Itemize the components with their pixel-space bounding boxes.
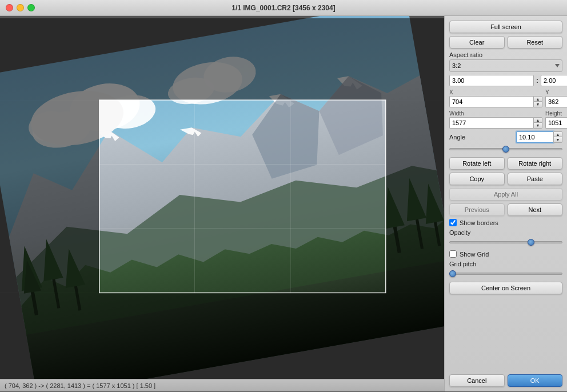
y-stepper: ▲ ▼ bbox=[545, 96, 567, 107]
y-input[interactable] bbox=[545, 96, 567, 107]
ratio-separator: : bbox=[536, 77, 538, 85]
rotate-left-button[interactable]: Rotate left bbox=[449, 157, 505, 170]
width-label: Width bbox=[449, 110, 542, 117]
image-canvas[interactable]: ( 704, 362 ) -> ( 2281, 1413 ) = ( 1577 … bbox=[0, 16, 444, 391]
copy-paste-row: Copy Paste bbox=[449, 173, 562, 185]
angle-increment-button[interactable]: ▲ bbox=[554, 132, 562, 137]
angle-stepper-buttons: ▲ ▼ bbox=[553, 131, 562, 143]
aspect-ratio-label: Aspect ratio bbox=[449, 51, 562, 58]
copy-button[interactable]: Copy bbox=[449, 173, 505, 185]
ratio-width-input[interactable] bbox=[449, 75, 534, 86]
angle-label: Angle bbox=[449, 134, 465, 141]
angle-decrement-button[interactable]: ▼ bbox=[554, 137, 562, 142]
status-bar: ( 704, 362 ) -> ( 2281, 1413 ) = ( 1577 … bbox=[0, 379, 444, 391]
height-stepper: ▲ ▼ bbox=[545, 117, 567, 129]
width-increment-button[interactable]: ▲ bbox=[534, 118, 542, 123]
width-input[interactable] bbox=[449, 117, 533, 129]
opacity-slider-track bbox=[449, 241, 562, 243]
angle-input[interactable] bbox=[516, 131, 553, 143]
show-grid-row: Show Grid bbox=[449, 250, 562, 258]
close-button[interactable] bbox=[6, 4, 13, 11]
clear-reset-row: Clear Reset bbox=[449, 36, 562, 49]
y-col: Y ▲ ▼ bbox=[545, 89, 567, 107]
grid-pitch-slider[interactable] bbox=[449, 269, 562, 279]
show-borders-row: Show borders bbox=[449, 219, 562, 226]
next-button[interactable]: Next bbox=[508, 203, 563, 216]
scene-image bbox=[0, 16, 444, 391]
angle-slider-thumb[interactable] bbox=[502, 146, 509, 153]
width-col: Width ▲ ▼ bbox=[449, 110, 542, 129]
height-label: Height bbox=[545, 110, 567, 117]
opacity-label: Opacity bbox=[449, 229, 562, 236]
fullscreen-button[interactable]: Full screen bbox=[449, 21, 562, 33]
titlebar: 1/1 IMG_0001.CR2 [3456 x 2304] bbox=[0, 0, 567, 16]
rotate-right-button[interactable]: Rotate right bbox=[508, 157, 563, 170]
clear-button[interactable]: Clear bbox=[449, 36, 505, 49]
show-borders-label[interactable]: Show borders bbox=[460, 219, 498, 226]
ok-button[interactable]: OK bbox=[508, 374, 563, 387]
show-grid-checkbox[interactable] bbox=[449, 250, 457, 258]
x-col: X ▲ ▼ bbox=[449, 89, 542, 107]
window-controls bbox=[6, 4, 35, 11]
cancel-ok-row: Cancel OK bbox=[449, 374, 562, 387]
opacity-slider[interactable] bbox=[449, 237, 562, 247]
svg-rect-18 bbox=[0, 18, 444, 100]
x-increment-button[interactable]: ▲ bbox=[534, 97, 542, 102]
cancel-button[interactable]: Cancel bbox=[449, 374, 505, 387]
previous-button[interactable]: Previous bbox=[449, 203, 505, 216]
angle-slider[interactable] bbox=[449, 144, 562, 154]
y-label: Y bbox=[545, 89, 567, 95]
grid-pitch-label: Grid pitch bbox=[449, 261, 562, 267]
height-col: Height ▲ ▼ bbox=[545, 110, 567, 129]
ratio-inputs-row: : bbox=[449, 75, 562, 86]
width-stepper-buttons: ▲ ▼ bbox=[533, 117, 542, 129]
x-input[interactable] bbox=[449, 96, 533, 107]
angle-stepper: ▲ ▼ bbox=[516, 131, 562, 143]
ratio-height-input[interactable] bbox=[541, 75, 567, 86]
opacity-section: Opacity bbox=[449, 229, 562, 247]
svg-rect-20 bbox=[0, 100, 99, 293]
angle-input-wrap: ▲ ▼ bbox=[516, 131, 562, 143]
width-stepper: ▲ ▼ bbox=[449, 117, 542, 129]
x-decrement-button[interactable]: ▼ bbox=[534, 102, 542, 107]
opacity-slider-thumb[interactable] bbox=[528, 239, 534, 246]
prev-next-row: Previous Next bbox=[449, 203, 562, 216]
right-panel: Full screen Clear Reset Aspect ratio 3:2… bbox=[444, 16, 567, 391]
maximize-button[interactable] bbox=[27, 4, 35, 11]
paste-button[interactable]: Paste bbox=[508, 173, 563, 185]
reset-button[interactable]: Reset bbox=[508, 36, 563, 49]
minimize-button[interactable] bbox=[17, 4, 24, 11]
svg-rect-19 bbox=[0, 293, 444, 389]
angle-row: Angle ▲ ▼ bbox=[449, 131, 562, 143]
show-borders-checkbox[interactable] bbox=[449, 219, 457, 226]
grid-pitch-thumb[interactable] bbox=[449, 270, 456, 277]
aspect-ratio-section: Aspect ratio 3:2 4:3 16:9 1:1 Free bbox=[449, 51, 562, 72]
grid-pitch-section: Grid pitch bbox=[449, 261, 562, 279]
window-title: 1/1 IMG_0001.CR2 [3456 x 2304] bbox=[231, 4, 335, 12]
apply-all-button[interactable]: Apply All bbox=[449, 188, 562, 201]
status-text: ( 704, 362 ) -> ( 2281, 1413 ) = ( 1577 … bbox=[5, 382, 155, 389]
x-label: X bbox=[449, 89, 542, 95]
show-grid-label[interactable]: Show Grid bbox=[460, 251, 489, 258]
grid-pitch-track bbox=[449, 273, 562, 275]
center-on-screen-button[interactable]: Center on Screen bbox=[449, 282, 562, 294]
svg-rect-21 bbox=[386, 100, 444, 293]
rotate-row: Rotate left Rotate right bbox=[449, 157, 562, 170]
aspect-ratio-select[interactable]: 3:2 4:3 16:9 1:1 Free bbox=[449, 59, 562, 72]
wh-row: Width ▲ ▼ Height ▲ ▼ bbox=[449, 110, 562, 129]
x-stepper: ▲ ▼ bbox=[449, 96, 542, 107]
angle-section: Angle ▲ ▼ bbox=[449, 131, 562, 154]
x-stepper-buttons: ▲ ▼ bbox=[533, 96, 542, 107]
width-decrement-button[interactable]: ▼ bbox=[534, 123, 542, 128]
xy-row: X ▲ ▼ Y ▲ ▼ bbox=[449, 89, 562, 107]
height-input[interactable] bbox=[545, 117, 567, 129]
